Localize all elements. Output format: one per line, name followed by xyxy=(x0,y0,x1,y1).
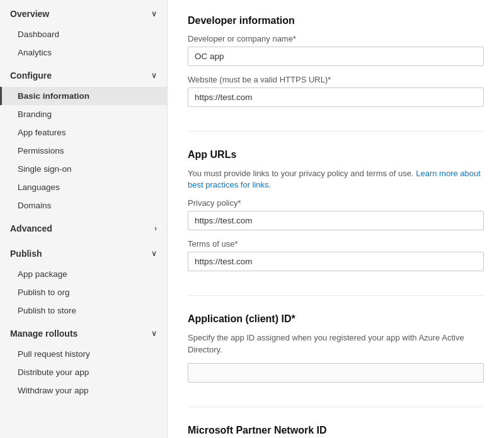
section-title-app-client-id: Application (client) ID* xyxy=(188,313,484,325)
section-app-urls: App URLsYou must provide links to your p… xyxy=(188,149,484,296)
field-input-developer-info-0[interactable] xyxy=(188,47,484,66)
section-developer-info: Developer informationDeveloper or compan… xyxy=(188,15,484,132)
section-mpn-id: Microsoft Partner Network IDIf you're pa… xyxy=(188,425,484,438)
field-label-developer-info-0: Developer or company name* xyxy=(188,34,484,43)
field-label-developer-info-1: Website (must be a valid HTTPS URL)* xyxy=(188,75,484,84)
sidebar-item-analytics[interactable]: Analytics xyxy=(0,43,167,62)
chevron-icon: ∨ xyxy=(151,9,157,18)
section-link-app-urls[interactable]: Learn more about best practices for link… xyxy=(188,169,481,189)
section-desc-app-urls: You must provide links to your privacy p… xyxy=(188,168,484,191)
chevron-icon: ∨ xyxy=(151,71,157,80)
section-title-developer-info: Developer information xyxy=(188,15,484,26)
sidebar-item-single-sign-on[interactable]: Single sign-on xyxy=(0,160,167,178)
sidebar-section-configure[interactable]: Configure∨ xyxy=(0,62,167,87)
field-label-app-urls-1: Terms of use* xyxy=(188,239,484,249)
chevron-icon: ∨ xyxy=(151,329,157,338)
sidebar-item-permissions[interactable]: Permissions xyxy=(0,142,167,160)
sidebar-item-app-features[interactable]: App features xyxy=(0,123,167,142)
section-app-client-id: Application (client) ID*Specify the app … xyxy=(188,313,484,407)
sidebar-section-label: Configure xyxy=(10,70,52,81)
sidebar-section-publish[interactable]: Publish∨ xyxy=(0,240,167,265)
main-content: Developer informationDeveloper or compan… xyxy=(168,0,504,438)
sidebar-section-advanced[interactable]: Advanced› xyxy=(0,215,167,240)
sidebar-section-label: Overview xyxy=(10,9,49,19)
sidebar-section-overview[interactable]: Overview∨ xyxy=(0,0,167,25)
chevron-icon: ∨ xyxy=(151,249,157,258)
sidebar-item-basic-information[interactable]: Basic information xyxy=(0,87,167,105)
sidebar-section-label: Manage rollouts xyxy=(10,328,77,339)
sidebar-item-domains[interactable]: Domains xyxy=(0,196,167,215)
sidebar-item-pull-request-history[interactable]: Pull request history xyxy=(0,345,167,363)
field-input-app-client-id-0[interactable] xyxy=(188,363,484,383)
sidebar-item-distribute-your-app[interactable]: Distribute your app xyxy=(0,363,167,381)
field-input-app-urls-0[interactable] xyxy=(188,211,484,230)
sidebar-item-withdraw-your-app[interactable]: Withdraw your app xyxy=(0,381,167,400)
chevron-icon: › xyxy=(154,224,157,233)
sidebar-item-dashboard[interactable]: Dashboard xyxy=(0,25,167,43)
field-input-app-urls-1[interactable] xyxy=(188,252,484,271)
sidebar-item-branding[interactable]: Branding xyxy=(0,105,167,123)
sidebar-item-app-package[interactable]: App package xyxy=(0,265,167,283)
sidebar-section-label: Publish xyxy=(10,249,42,259)
sidebar-section-manage-rollouts[interactable]: Manage rollouts∨ xyxy=(0,320,167,345)
field-label-app-urls-0: Privacy policy* xyxy=(188,198,484,208)
sidebar-item-languages[interactable]: Languages xyxy=(0,178,167,196)
section-desc-app-client-id: Specify the app ID assigned when you reg… xyxy=(188,332,484,355)
sidebar: Overview∨DashboardAnalyticsConfigure∨Bas… xyxy=(0,0,168,438)
sidebar-item-publish-to-org[interactable]: Publish to org xyxy=(0,283,167,301)
section-title-app-urls: App URLs xyxy=(188,149,484,160)
section-title-mpn-id: Microsoft Partner Network ID xyxy=(188,425,484,436)
sidebar-section-label: Advanced xyxy=(10,223,52,233)
sidebar-item-publish-to-store[interactable]: Publish to store xyxy=(0,301,167,320)
field-input-developer-info-1[interactable] xyxy=(188,87,484,107)
